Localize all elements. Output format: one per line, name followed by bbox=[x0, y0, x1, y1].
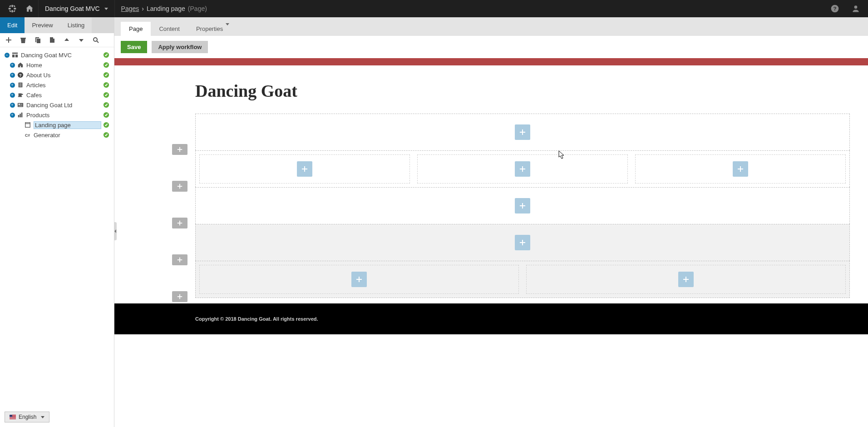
expand-icon[interactable]: + bbox=[9, 112, 15, 118]
doc-lines-icon bbox=[16, 82, 25, 88]
tree-node-products[interactable]: + Products bbox=[1, 110, 112, 120]
svg-rect-14 bbox=[15, 55, 18, 57]
move-down-icon[interactable] bbox=[77, 36, 85, 44]
site-name: Dancing Goat MVC bbox=[45, 5, 100, 12]
svg-rect-7 bbox=[13, 10, 15, 12]
breadcrumb-root[interactable]: Pages bbox=[121, 5, 139, 12]
chart-icon bbox=[16, 112, 25, 118]
apply-workflow-button[interactable]: Apply workflow bbox=[152, 41, 208, 53]
tree-node-label: Landing page bbox=[34, 121, 101, 129]
tree-node-label: Products bbox=[26, 112, 101, 119]
add-widget-button[interactable] bbox=[515, 198, 530, 214]
search-icon[interactable] bbox=[92, 36, 100, 44]
collapse-icon[interactable]: − bbox=[4, 52, 10, 58]
svg-rect-31 bbox=[25, 123, 30, 128]
widget-zone bbox=[196, 114, 849, 150]
mode-tab-edit[interactable]: Edit bbox=[0, 17, 25, 33]
svg-rect-2 bbox=[9, 8, 11, 9]
widget-zone bbox=[196, 224, 849, 261]
breadcrumb-current: Landing page bbox=[147, 5, 185, 12]
tree-node-root[interactable]: − Dancing Goat MVC bbox=[1, 50, 112, 60]
tree-node-articles[interactable]: + Articles bbox=[1, 80, 112, 90]
sidebar-splitter[interactable] bbox=[114, 222, 117, 240]
tree-node-landingpage[interactable]: Landing page bbox=[1, 120, 112, 130]
help-icon[interactable]: ? bbox=[826, 0, 843, 17]
svg-rect-6 bbox=[9, 10, 11, 12]
add-section-button[interactable] bbox=[172, 181, 187, 192]
add-widget-button[interactable] bbox=[297, 161, 312, 177]
breadcrumb-separator: › bbox=[142, 5, 144, 12]
widget-zone bbox=[196, 261, 523, 298]
csharp-icon: C# bbox=[24, 132, 32, 138]
section-3 bbox=[195, 187, 850, 224]
svg-rect-12 bbox=[12, 53, 18, 54]
user-icon[interactable] bbox=[847, 0, 864, 17]
tree-toolbar bbox=[0, 33, 114, 47]
widget-zone bbox=[196, 151, 414, 187]
page-sections bbox=[195, 114, 850, 298]
add-section-button[interactable] bbox=[172, 144, 187, 155]
add-widget-button[interactable] bbox=[351, 272, 367, 287]
tab-page[interactable]: Page bbox=[121, 22, 151, 36]
zone-inner bbox=[199, 154, 410, 184]
move-up-icon[interactable] bbox=[63, 36, 71, 44]
language-selector[interactable]: English bbox=[5, 412, 49, 422]
add-section-button[interactable] bbox=[172, 218, 187, 228]
add-widget-button[interactable] bbox=[515, 161, 530, 177]
svg-rect-4 bbox=[9, 5, 11, 7]
copy-icon[interactable] bbox=[34, 36, 42, 44]
section-row bbox=[196, 188, 849, 224]
tree-node-dancinggoatltd[interactable]: + Dancing Goat Ltd bbox=[1, 100, 112, 110]
status-ok-icon bbox=[103, 112, 109, 118]
tree-node-label: Cafes bbox=[26, 92, 101, 99]
add-widget-button[interactable] bbox=[733, 161, 748, 177]
page-title: Dancing Goat bbox=[195, 81, 850, 101]
section-4 bbox=[195, 224, 850, 261]
chevron-down-icon bbox=[41, 416, 44, 418]
topbar-right-group: ? bbox=[826, 0, 864, 17]
expand-icon[interactable]: + bbox=[9, 62, 15, 68]
add-widget-button[interactable] bbox=[515, 235, 530, 250]
widget-zone bbox=[631, 151, 849, 187]
home-icon[interactable] bbox=[21, 0, 38, 17]
new-page-icon[interactable] bbox=[5, 36, 13, 44]
mode-tab-listing[interactable]: Listing bbox=[60, 17, 92, 33]
tree-node-about[interactable]: + ? About Us bbox=[1, 70, 112, 80]
svg-rect-27 bbox=[18, 115, 20, 117]
tree-node-cafes[interactable]: + Cafes bbox=[1, 90, 112, 100]
doc-plus-icon[interactable] bbox=[48, 36, 56, 44]
svg-point-11 bbox=[94, 38, 97, 41]
save-button[interactable]: Save bbox=[121, 41, 147, 53]
tree-node-home[interactable]: + Home bbox=[1, 60, 112, 70]
mode-tab-preview[interactable]: Preview bbox=[25, 17, 60, 33]
topbar-left-group: Dancing Goat MVC Pages › Landing page (P… bbox=[4, 0, 213, 17]
zone-inner bbox=[417, 154, 628, 184]
delete-icon[interactable] bbox=[19, 36, 27, 44]
add-section-button[interactable] bbox=[172, 254, 187, 265]
add-section-button[interactable] bbox=[172, 291, 187, 302]
expand-icon[interactable]: + bbox=[9, 102, 15, 108]
add-widget-button[interactable] bbox=[515, 124, 530, 140]
expand-icon[interactable]: + bbox=[9, 82, 15, 88]
svg-point-10 bbox=[854, 5, 858, 9]
layout-icon bbox=[11, 52, 19, 58]
zone-inner bbox=[199, 265, 519, 294]
tree-node-generator[interactable]: C# Generator bbox=[1, 130, 112, 140]
add-widget-button[interactable] bbox=[678, 272, 694, 287]
mode-tabs-filler bbox=[92, 17, 114, 33]
app-launcher-icon[interactable] bbox=[4, 0, 21, 17]
card-icon bbox=[16, 102, 25, 108]
tab-properties[interactable]: Properties bbox=[188, 22, 237, 36]
expand-icon[interactable]: + bbox=[9, 72, 15, 78]
status-ok-icon bbox=[103, 102, 109, 108]
site-selector[interactable]: Dancing Goat MVC bbox=[38, 0, 115, 17]
tab-content[interactable]: Content bbox=[151, 22, 188, 36]
status-ok-icon bbox=[103, 62, 109, 68]
widget-zone bbox=[196, 188, 849, 224]
tree-node-label: Articles bbox=[26, 82, 101, 89]
content-tree: − Dancing Goat MVC + Home + ? About Us + bbox=[0, 47, 114, 427]
language-label: English bbox=[19, 414, 36, 420]
zone-inner bbox=[635, 154, 846, 184]
expand-icon[interactable]: + bbox=[9, 92, 15, 98]
tree-node-label: About Us bbox=[26, 72, 101, 79]
